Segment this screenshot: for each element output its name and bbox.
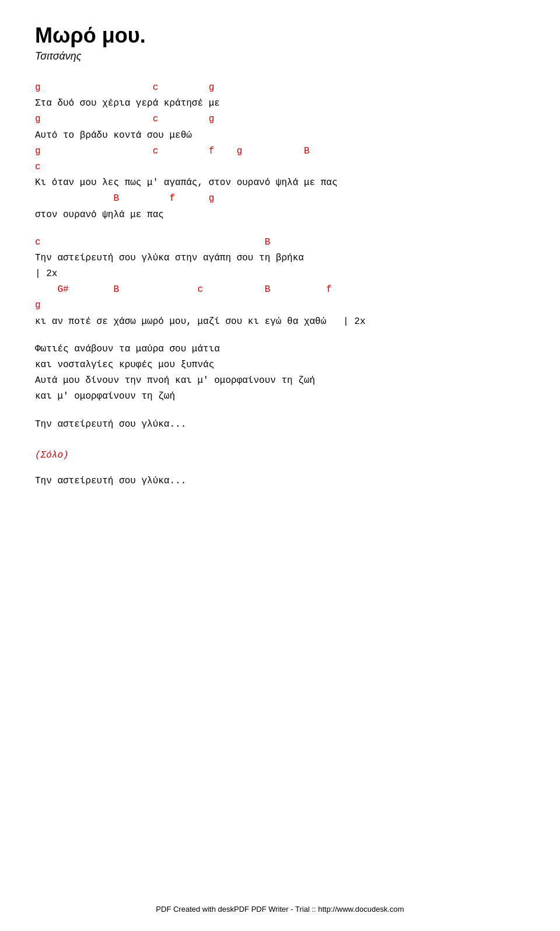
song-title: Μωρό μου. (35, 23, 525, 48)
lyrics-line: Την αστείρευτή σου γλύκα... (35, 417, 525, 433)
chorus-3: Την αστείρευτή σου γλύκα... (35, 473, 525, 489)
lyrics-line: Στα δυό σου χέρια γερά κράτησέ με (35, 96, 525, 111)
lyrics-line: Την αστείρευτή σου γλύκα... (35, 473, 525, 489)
solo-section: (Σόλο) (35, 450, 525, 461)
lyrics-line: Φωτιές ανάβουν τα μαύρα σου μάτια (35, 341, 525, 357)
song-content: g c g Στα δυό σου χέρια γερά κράτησέ με … (35, 80, 525, 489)
verse-1: g c g Στα δυό σου χέρια γερά κράτησέ με … (35, 80, 525, 223)
lyrics-line: και μ' ομορφαίνουν τη ζωή (35, 389, 525, 405)
verse-2: Φωτιές ανάβουν τα μαύρα σου μάτια και νο… (35, 341, 525, 405)
lyrics-line: και νοσταλγίες κρυφές μου ξυπνάς (35, 357, 525, 373)
song-subtitle: Τσιτσάνης (35, 50, 525, 62)
chord-line: g (35, 298, 525, 313)
lyrics-line: στον ουρανό ψηλά με πας (35, 207, 525, 223)
chord-line: g c g (35, 80, 525, 96)
chord-line: g c g (35, 111, 525, 127)
lyrics-line: Κι όταν μου λες πως μ' αγαπάς, στον ουρα… (35, 175, 525, 191)
chorus-1: c B Την αστείρευτή σου γλύκα στην αγάπη … (35, 235, 525, 330)
lyrics-line: Την αστείρευτή σου γλύκα στην αγάπη σου … (35, 250, 525, 266)
chord-line: B f g (35, 191, 525, 207)
chord-line: c (35, 159, 525, 175)
chord-line: g c f g B (35, 144, 525, 159)
chord-line: c B (35, 235, 525, 250)
lyrics-line: Αυτό το βράδυ κοντά σου μεθώ (35, 128, 525, 144)
chord-line: G# B c B f (35, 282, 525, 298)
page-footer: PDF Created with deskPDF PDF Writer - Tr… (0, 905, 560, 913)
repeat-marker: | 2x (35, 266, 525, 282)
chorus-2: Την αστείρευτή σου γλύκα... (35, 417, 525, 433)
lyrics-line: Αυτά μου δίνουν την πνοή και μ' ομορφαίν… (35, 373, 525, 389)
lyrics-line: κι αν ποτέ σε χάσω μωρό μου, μαζί σου κι… (35, 314, 525, 330)
solo-marker: (Σόλο) (35, 450, 525, 461)
